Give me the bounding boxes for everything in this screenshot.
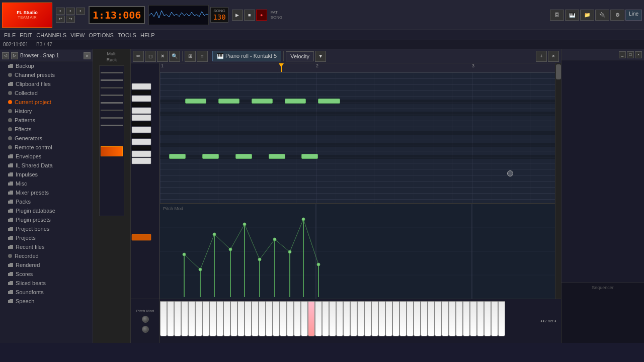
sidebar-item-backup[interactable]: Backup (0, 61, 93, 70)
pr-velocity-dropdown-arrow[interactable]: ▼ (315, 51, 326, 62)
sidebar-item-patterns[interactable]: Patterns (0, 116, 93, 125)
piano-white-key[interactable] (230, 301, 237, 336)
sidebar-item-speech[interactable]: Speech (0, 297, 93, 306)
sidebar-item-sliced-beats[interactable]: Sliced beats (0, 279, 93, 288)
vertical-scrollbar[interactable] (555, 63, 561, 299)
piano-white-key[interactable] (364, 301, 371, 336)
piano-white-key[interactable] (315, 301, 322, 336)
browser-close-btn[interactable]: × (84, 52, 91, 59)
piano-white-key[interactable] (385, 301, 392, 336)
piano-white-key[interactable] (280, 301, 287, 336)
sidebar-item-remote-control[interactable]: Remote control (0, 143, 93, 152)
piano-white-key[interactable] (428, 301, 435, 336)
pr-snap-button[interactable]: ⊞ (185, 51, 196, 62)
menu-channels[interactable]: CHANNELS (34, 31, 68, 39)
sidebar-item-packs[interactable]: Packs (0, 197, 93, 206)
sidebar-item-envelopes[interactable]: Envelopes (0, 152, 93, 161)
piano-white-key[interactable] (259, 301, 266, 336)
menu-options[interactable]: OPTIONS (87, 31, 116, 39)
sidebar-item-plugin-presets[interactable]: Plugin presets (0, 215, 93, 224)
piano-white-key[interactable] (357, 301, 364, 336)
piano-white-key[interactable] (216, 301, 223, 336)
sidebar-item-recorded[interactable]: Recorded (0, 251, 93, 260)
menu-edit[interactable]: EDIT (18, 31, 34, 39)
piano-white-key[interactable] (188, 301, 195, 336)
pr-instrument-title[interactable]: 🎹 Piano roll - Kontakt 5 (212, 51, 281, 61)
record-button[interactable]: ● (256, 10, 267, 21)
note[interactable] (185, 99, 206, 104)
note[interactable] (252, 99, 273, 104)
piano-white-key[interactable] (174, 301, 181, 336)
sidebar-item-clipboard-files[interactable]: Clipboard files (0, 79, 93, 88)
piano-white-key[interactable] (470, 301, 477, 336)
piano-white-key[interactable] (237, 301, 245, 336)
settings-button[interactable]: ⚙ (610, 10, 624, 21)
sidebar-item-il-shared-data[interactable]: IL Shared Data (0, 161, 93, 170)
piano-white-key[interactable] (223, 301, 230, 336)
piano-white-key[interactable] (484, 301, 491, 336)
mixer-button[interactable]: 🎛 (550, 10, 564, 21)
piano-white-key[interactable] (392, 301, 399, 336)
piano-white-key[interactable] (167, 301, 174, 336)
piano-white-key[interactable] (322, 301, 329, 336)
piano-white-key[interactable] (209, 301, 216, 336)
sidebar-item-rendered[interactable]: Rendered (0, 260, 93, 269)
pr-quantize-button[interactable]: ≡ (197, 51, 208, 62)
piano-white-key[interactable] (477, 301, 484, 336)
note[interactable] (218, 99, 239, 104)
play-button[interactable]: ▶ (232, 10, 243, 21)
pr-close-button[interactable]: × (548, 51, 559, 62)
line-selector[interactable]: Line (625, 10, 642, 21)
stop-button[interactable]: ■ (244, 10, 255, 21)
sidebar-item-recent-files[interactable]: Recent files (0, 242, 93, 251)
sidebar-item-scores[interactable]: Scores (0, 269, 93, 279)
piano-white-key[interactable] (181, 301, 188, 336)
piano-white-key[interactable] (308, 301, 315, 336)
piano-white-key[interactable] (273, 301, 280, 336)
piano-white-key[interactable] (414, 301, 421, 336)
rp-maximize[interactable]: □ (627, 51, 634, 58)
piano-white-key[interactable] (463, 301, 470, 336)
save-button[interactable]: ▪ (76, 8, 85, 15)
sidebar-item-impulses[interactable]: Impulses (0, 170, 93, 179)
note[interactable] (285, 99, 306, 104)
piano-white-key[interactable] (491, 301, 498, 336)
new-button[interactable]: ▪ (56, 8, 65, 15)
piano-white-key[interactable] (435, 301, 442, 336)
note-area[interactable] (160, 72, 555, 203)
piano-white-key[interactable] (456, 301, 463, 336)
note[interactable] (202, 154, 219, 159)
sidebar-item-soundfonts[interactable]: Soundfonts (0, 288, 93, 297)
piano-white-key[interactable] (371, 301, 378, 336)
piano-white-key[interactable] (287, 301, 294, 336)
piano-white-key[interactable] (329, 301, 336, 336)
sidebar-item-project-bones[interactable]: Project bones (0, 224, 93, 233)
pr-draw-tool[interactable]: ✏ (133, 51, 144, 62)
piano-white-key[interactable] (350, 301, 357, 336)
rp-minimize[interactable]: _ (619, 51, 626, 58)
piano-white-key[interactable] (498, 301, 505, 336)
piano-white-key[interactable] (195, 301, 202, 336)
piano-white-key[interactable] (442, 301, 449, 336)
note[interactable] (318, 99, 340, 104)
plugin-picker-button[interactable]: 🔌 (595, 10, 609, 21)
pr-zoom-tool[interactable]: 🔍 (169, 51, 180, 62)
pr-zoom-in[interactable]: + (536, 51, 547, 62)
sidebar-item-channel-presets[interactable]: Channel presets (0, 70, 93, 79)
browser-nav-right[interactable]: ▷ (11, 52, 18, 59)
note[interactable] (269, 154, 285, 159)
pr-erase-tool[interactable]: ✕ (157, 51, 168, 62)
browser-button[interactable]: 📁 (580, 10, 594, 21)
sidebar-item-misc[interactable]: Misc (0, 179, 93, 188)
menu-help[interactable]: HELP (138, 31, 157, 39)
note[interactable] (301, 154, 318, 159)
sidebar-item-current-project[interactable]: Current project (0, 98, 93, 107)
redo-button[interactable]: ↪ (66, 16, 75, 23)
sidebar-item-projects[interactable]: Projects (0, 233, 93, 242)
sidebar-item-generators[interactable]: Generators (0, 134, 93, 143)
piano-keyboard[interactable]: placeholder (160, 301, 536, 341)
piano-white-key[interactable] (160, 301, 167, 336)
pr-select-tool[interactable]: ◻ (145, 51, 156, 62)
piano-white-key[interactable] (343, 301, 350, 336)
piano-white-key[interactable] (294, 301, 301, 336)
